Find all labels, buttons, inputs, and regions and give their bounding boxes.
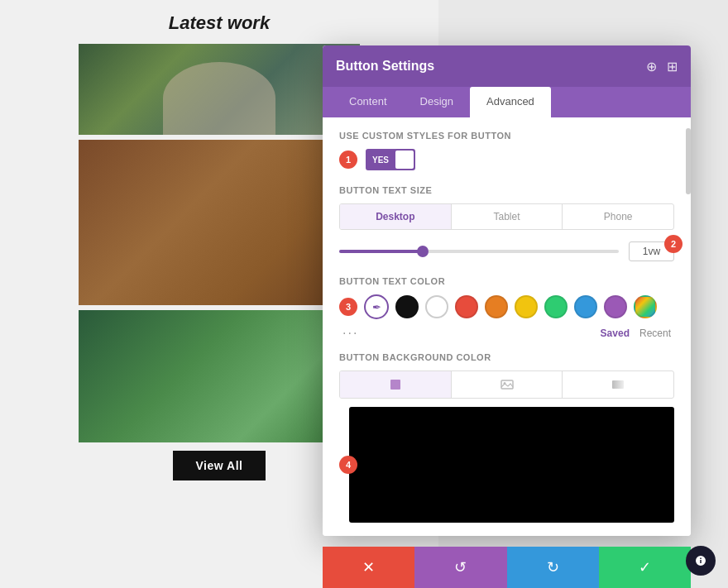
view-all-button[interactable]: View All	[173, 451, 266, 480]
recent-button[interactable]: Recent	[639, 327, 671, 339]
step-badge-3: 3	[339, 298, 357, 316]
color-picker-area[interactable]	[349, 407, 674, 523]
panel-body: Use Custom Styles for Button 1 YES Butto…	[323, 117, 691, 536]
color-swatch-gradient[interactable]	[634, 295, 657, 318]
header-icons: ⊕ ⊞	[646, 59, 678, 74]
action-bar: ✕ ↺ ↻ ✓	[323, 547, 691, 588]
floating-button[interactable]	[686, 546, 716, 576]
slider-row: 1vw 2	[339, 241, 674, 261]
color-swatch-green[interactable]	[544, 295, 568, 318]
color-swatch-white[interactable]	[425, 295, 448, 318]
cancel-button[interactable]: ✕	[323, 547, 414, 588]
tabs-row: Content Design Advanced	[323, 87, 691, 117]
svg-rect-0	[390, 380, 400, 390]
photo-item-3	[79, 310, 360, 442]
custom-styles-toggle[interactable]: YES	[366, 149, 415, 170]
page-title: Latest work	[169, 12, 270, 34]
color-swatch-yellow[interactable]	[515, 295, 538, 318]
photo-grid	[79, 44, 360, 442]
slider-thumb[interactable]	[417, 246, 429, 257]
color-swatch-purple[interactable]	[604, 295, 627, 318]
device-tab-tablet[interactable]: Tablet	[452, 204, 563, 229]
text-size-label: Button Text Size	[339, 185, 674, 195]
focus-icon[interactable]: ⊕	[646, 59, 657, 74]
tab-design[interactable]: Design	[404, 87, 470, 117]
step-badge-2: 2	[664, 235, 682, 253]
panel-header: Button Settings ⊕ ⊞	[323, 45, 691, 87]
slider-track[interactable]	[339, 250, 619, 253]
color-swatch-orange[interactable]	[485, 295, 508, 318]
bg-type-gradient[interactable]	[563, 371, 673, 398]
saved-recent-buttons: Saved Recent	[601, 327, 671, 339]
device-tab-phone[interactable]: Phone	[563, 204, 673, 229]
settings-panel: Button Settings ⊕ ⊞ Content Design Advan…	[323, 45, 691, 536]
redo-button[interactable]: ↻	[507, 547, 599, 588]
color-picker-wrapper: 4	[349, 407, 674, 523]
bg-type-image[interactable]	[452, 371, 563, 398]
color-swatch-red[interactable]	[455, 295, 478, 318]
bg-type-solid[interactable]	[340, 371, 452, 398]
bg-color-label: Button Background Color	[339, 352, 674, 362]
toggle-handle	[395, 151, 414, 169]
slider-fill	[339, 250, 423, 253]
color-recent-row: ··· Saved Recent	[339, 326, 674, 341]
eyedropper-button[interactable]: ✒	[364, 294, 389, 319]
panel-title: Button Settings	[336, 59, 434, 74]
step-badge-1: 1	[339, 151, 357, 169]
step-badge-4: 4	[339, 456, 357, 474]
toggle-row: 1 YES	[339, 149, 674, 170]
color-row: 3 ✒	[339, 294, 674, 319]
confirm-button[interactable]: ✓	[599, 547, 691, 588]
photo-item-2	[79, 140, 360, 305]
color-more-dots[interactable]: ···	[342, 326, 358, 341]
photo-item-1	[79, 44, 360, 135]
panel-scrollbar[interactable]	[686, 128, 691, 194]
tab-advanced[interactable]: Advanced	[470, 87, 551, 117]
custom-styles-label: Use Custom Styles for Button	[339, 131, 674, 141]
device-tabs: Desktop Tablet Phone	[339, 203, 674, 230]
layout-icon[interactable]: ⊞	[667, 59, 678, 74]
tab-content[interactable]: Content	[333, 87, 404, 117]
undo-button[interactable]: ↺	[414, 547, 506, 588]
saved-button[interactable]: Saved	[601, 327, 630, 339]
toggle-yes-label: YES	[367, 151, 394, 169]
bg-type-tabs	[339, 370, 674, 399]
color-swatch-black[interactable]	[395, 295, 419, 318]
svg-rect-3	[612, 380, 624, 389]
color-swatch-blue[interactable]	[574, 295, 597, 318]
device-tab-desktop[interactable]: Desktop	[340, 204, 452, 229]
text-color-label: Button Text Color	[339, 276, 674, 286]
